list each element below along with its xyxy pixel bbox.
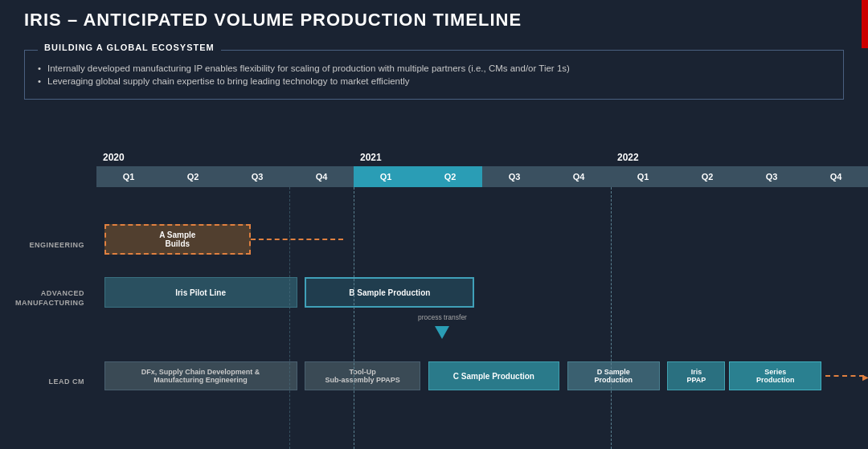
series-production-bar: Series Production	[729, 361, 821, 390]
years-row: 2020 2021 2022	[96, 149, 868, 166]
iris-pilot-line-bar: Iris Pilot Line	[104, 277, 297, 308]
c-sample-production-bar: C Sample Production	[428, 361, 559, 390]
ecosystem-bullet-2: Leveraging global supply chain expertise…	[38, 76, 830, 86]
engineering-label: ENGINEERING	[0, 226, 92, 266]
dfx-bar: DFx, Supply Chain Development & Manufact…	[104, 361, 297, 390]
q2-2020: Q2	[161, 166, 225, 187]
q3-2022: Q3	[739, 166, 804, 187]
year-2020: 2020	[96, 149, 354, 166]
year-2022: 2022	[611, 149, 868, 166]
q1-2022: Q1	[611, 166, 675, 187]
year-divider-2021	[354, 187, 354, 449]
q4-2022: Q4	[804, 166, 868, 187]
ecosystem-bullet-1: Internally developed manufacturing IP en…	[38, 63, 830, 73]
year-divider-2022	[611, 187, 612, 449]
engineering-row: A Sample Builds	[96, 219, 868, 259]
q3-2020: Q3	[225, 166, 289, 187]
process-transfer-label: process transfer	[418, 313, 467, 323]
q4-2020: Q4	[289, 166, 354, 187]
q4-2021: Q4	[547, 166, 611, 187]
ecosystem-box: BUILDING A GLOBAL ECOSYSTEM Internally d…	[24, 50, 844, 100]
advanced-mfg-label: ADVANCEDMANUFACTURING	[0, 279, 92, 319]
lead-cm-label: LEAD CM	[0, 364, 92, 401]
year-2021: 2021	[354, 149, 611, 166]
series-dotted-line: ▶	[825, 375, 864, 377]
engineering-dotted-line	[251, 239, 343, 240]
process-transfer-arrow	[435, 326, 449, 339]
q2-2022: Q2	[675, 166, 739, 187]
a-sample-builds-bar: A Sample Builds	[104, 224, 251, 255]
b-sample-production-bar: B Sample Production	[305, 277, 474, 308]
d-sample-production-bar: D Sample Production	[567, 361, 660, 390]
q1-2020: Q1	[96, 166, 161, 187]
ecosystem-title: BUILDING A GLOBAL ECOSYSTEM	[38, 43, 221, 52]
tool-up-bar: Tool-Up Sub-assembly PPAPS	[305, 361, 420, 390]
process-transfer-group: process transfer	[418, 313, 467, 339]
q3-2021: Q3	[482, 166, 547, 187]
timeline-area: 2020 2021 2022 Q1 Q2 Q3 Q4 Q1 Q2 Q3 Q4 Q…	[0, 149, 868, 449]
iris-ppap-bar: Iris PPAP	[667, 361, 725, 390]
page-title: IRIS – ANTICIPATED VOLUME PRODUCTION TIM…	[24, 10, 522, 31]
q4-2020-divider	[289, 187, 290, 449]
lead-cm-row: DFx, Supply Chain Development & Manufact…	[96, 357, 868, 394]
advanced-mfg-row: Iris Pilot Line B Sample Production	[96, 272, 868, 312]
q2-2021: Q2	[418, 166, 482, 187]
accent-bar	[862, 0, 868, 48]
q1-2021: Q1	[354, 166, 418, 187]
ecosystem-content: Internally developed manufacturing IP en…	[38, 63, 830, 86]
quarters-row: Q1 Q2 Q3 Q4 Q1 Q2 Q3 Q4 Q1 Q2 Q3 Q4	[96, 166, 868, 187]
